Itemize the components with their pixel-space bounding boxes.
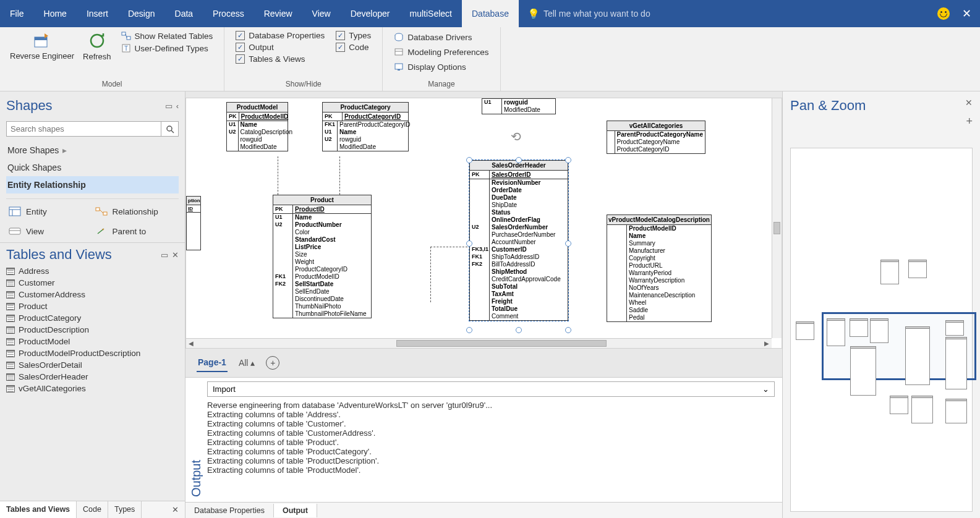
modeling-preferences-button[interactable]: Modeling Preferences	[394, 46, 488, 58]
selection-handle[interactable]	[466, 240, 472, 247]
minimap-entity	[850, 318, 868, 337]
chk-database-properties[interactable]: ✓Database Properties	[236, 31, 325, 40]
entity-frag[interactable]: U1rowguidModifiedDate	[482, 98, 556, 114]
database-drivers-button[interactable]: Database Drivers	[394, 31, 488, 43]
tab-view[interactable]: View	[302, 0, 341, 27]
preferences-icon	[394, 47, 404, 57]
tab-home[interactable]: Home	[34, 0, 77, 27]
output-panel: Output Import ⌄ Reverse engineering from…	[185, 377, 782, 502]
entity-vgetallcategories[interactable]: vGetAllCategoriesParentProductCategoryNa…	[607, 121, 705, 154]
feedback-smiley-icon[interactable]	[937, 7, 950, 20]
output-filter-dropdown[interactable]: Import ⌄	[207, 381, 775, 397]
shape-view[interactable]: View	[7, 223, 92, 240]
tab-file[interactable]: File	[0, 0, 34, 27]
tab-multiselect[interactable]: multiSelect	[400, 0, 462, 27]
chk-types[interactable]: ✓Types	[336, 31, 371, 40]
tab-database[interactable]: Database	[462, 0, 519, 27]
show-related-tables-button[interactable]: Show Related Tables	[121, 31, 213, 41]
tellme-search[interactable]: 💡 Tell me what you want to do	[519, 8, 650, 20]
selection-handle[interactable]	[565, 327, 571, 333]
chk-code[interactable]: ✓Code	[336, 43, 371, 52]
stencil-entity-relationship[interactable]: Entity Relationship	[6, 176, 179, 193]
vscroll-thumb[interactable]	[773, 222, 780, 234]
output-line: Extracting columns of table 'CustomerAdd…	[207, 428, 775, 438]
table-icon	[6, 291, 15, 299]
checkbox-icon: ✓	[236, 43, 245, 52]
tv-item[interactable]: Address	[6, 265, 179, 277]
tv-close-icon[interactable]: ✕	[172, 250, 179, 260]
left-tabs-close-icon[interactable]: ✕	[166, 501, 185, 518]
selection-handle[interactable]	[466, 327, 472, 333]
tab-process[interactable]: Process	[203, 0, 254, 27]
left-tab-types[interactable]: Types	[108, 501, 142, 518]
rotate-handle-icon[interactable]: ⟲	[511, 129, 521, 144]
tv-item[interactable]: ProductCategory	[6, 312, 179, 324]
selection-handle[interactable]	[516, 157, 522, 163]
shape-relationship[interactable]: Relationship	[94, 203, 178, 220]
chk-output[interactable]: ✓Output	[236, 43, 325, 52]
tv-window-icon[interactable]: ▭	[161, 250, 168, 260]
pan-zoom-close-icon[interactable]: ✕	[965, 98, 973, 114]
entity-partial[interactable]: ptionID	[186, 196, 201, 250]
bottom-tab-dbprops[interactable]: Database Properties	[185, 504, 274, 517]
quick-shapes-link[interactable]: Quick Shapes	[6, 159, 179, 176]
tv-item[interactable]: ProductModel	[6, 336, 179, 347]
display-options-button[interactable]: Display Options	[394, 61, 488, 73]
selection-handle[interactable]	[565, 240, 571, 247]
tab-review[interactable]: Review	[254, 0, 302, 27]
hscroll-thumb[interactable]	[396, 340, 607, 347]
shape-entity[interactable]: Entity	[7, 203, 92, 220]
tv-item[interactable]: ProductDescription	[6, 324, 179, 336]
scroll-right-icon[interactable]: ▶	[762, 340, 772, 347]
tv-item[interactable]: CustomerAddress	[6, 289, 179, 300]
tv-item[interactable]: Customer	[6, 277, 179, 289]
shapes-window-icon[interactable]: ▭	[165, 101, 173, 111]
scroll-left-icon[interactable]: ◀	[186, 340, 196, 347]
tv-item[interactable]: Product	[6, 300, 179, 312]
shapes-collapse-icon[interactable]: ‹	[176, 101, 179, 111]
more-shapes-link[interactable]: More Shapes ▸	[6, 142, 179, 159]
canvas-hscroll[interactable]: ◀▶	[186, 338, 772, 348]
checkbox-icon: ✓	[336, 31, 345, 40]
tab-data[interactable]: Data	[165, 0, 203, 27]
tab-insert[interactable]: Insert	[77, 0, 118, 27]
entity-vproductmodelcatalogdescription[interactable]: vProductModelCatalogDescriptionProductMo…	[607, 214, 712, 322]
search-shapes-input[interactable]	[6, 121, 161, 137]
reverse-engineer-icon	[32, 31, 52, 51]
bottom-tab-output[interactable]: Output	[274, 504, 317, 517]
canvas-vscroll[interactable]	[772, 98, 782, 338]
refresh-button[interactable]: Refresh	[79, 30, 115, 62]
entity-productmodel[interactable]: ProductModelPKProductModelIDU1U2NameCata…	[226, 102, 288, 151]
tab-design[interactable]: Design	[118, 0, 165, 27]
pan-zoom-view[interactable]	[790, 148, 973, 512]
selection-handle[interactable]	[516, 327, 522, 333]
canvas-viewport[interactable]: ProductModelPKProductModelIDU1U2NameCata…	[185, 98, 782, 349]
page-tab[interactable]: Page-1	[197, 354, 228, 372]
tv-item[interactable]: ProductModelProductDescription	[6, 347, 179, 359]
tab-developer[interactable]: Developer	[341, 0, 400, 27]
tv-item[interactable]: SalesOrderDetail	[6, 359, 179, 371]
page-all[interactable]: All ▴	[239, 358, 255, 368]
output-log[interactable]: Reverse engineering from database 'Adven…	[207, 399, 775, 502]
chk-tables-views[interactable]: ✓Tables & Views	[236, 54, 325, 64]
add-page-button[interactable]: +	[266, 356, 279, 370]
pan-zoom-add-icon[interactable]: +	[790, 114, 973, 129]
tv-item[interactable]: vGetAllCategories	[6, 383, 179, 394]
entity-salesorderheader[interactable]: SalesOrderHeaderPKSalesOrderIDU2FK3,I1FK…	[469, 160, 568, 321]
entity-productcategory[interactable]: ProductCategoryPKProductCategoryIDFK1U1U…	[322, 102, 409, 151]
reverse-engineer-button[interactable]: Reverse Engineer	[6, 30, 78, 62]
entity-icon	[9, 206, 21, 216]
left-tab-tables-views[interactable]: Tables and Views	[0, 501, 77, 518]
entity-product[interactable]: ProductPKProductIDU1U2FK1FK2NameProductN…	[273, 195, 372, 318]
shape-parent-to[interactable]: Parent to	[94, 223, 178, 240]
left-tab-code[interactable]: Code	[77, 501, 108, 518]
user-defined-types-button[interactable]: T User-Defined Types	[121, 43, 213, 53]
selection-handle[interactable]	[466, 157, 472, 163]
connector	[339, 156, 340, 195]
tables-views-list[interactable]: AddressCustomerCustomerAddressProductPro…	[2, 265, 182, 501]
tv-item[interactable]: SalesOrderHeader	[6, 371, 179, 383]
selection-handle[interactable]	[565, 157, 571, 163]
drawing-canvas[interactable]: ProductModelPKProductModelIDU1U2NameCata…	[186, 98, 772, 338]
search-shapes-button[interactable]	[161, 121, 179, 137]
collapse-ribbon-icon[interactable]: ✕	[962, 7, 971, 20]
